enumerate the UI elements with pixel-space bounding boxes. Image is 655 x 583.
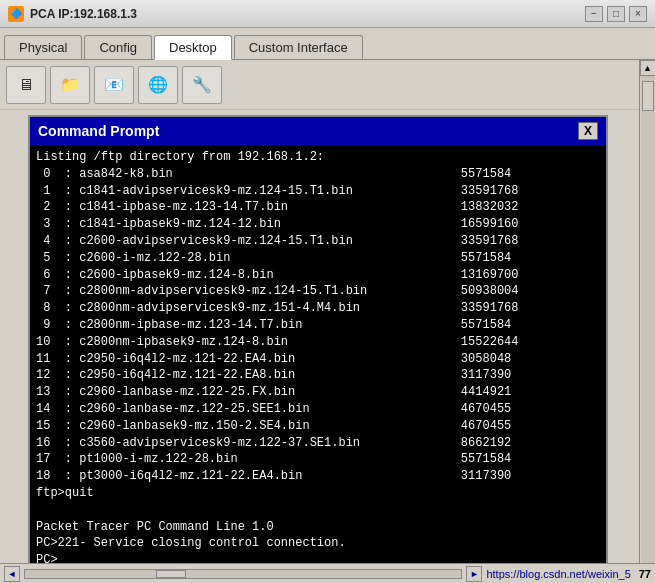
status-right-arrow[interactable]: ► — [466, 566, 482, 582]
toolbar-btn-5[interactable]: 🔧 — [182, 66, 222, 104]
tab-physical[interactable]: Physical — [4, 35, 82, 59]
command-prompt-body[interactable]: Listing /ftp directory from 192.168.1.2:… — [30, 145, 606, 573]
toolbar-icon-1: 🖥 — [18, 77, 34, 93]
tab-bar: Physical Config Desktop Custom Interface — [0, 28, 655, 60]
status-left-arrow[interactable]: ◄ — [4, 566, 20, 582]
toolbar-icon-5: 🔧 — [192, 77, 212, 93]
status-scroll-area[interactable] — [24, 569, 462, 579]
window-title: PCA IP:192.168.1.3 — [30, 7, 137, 21]
command-prompt-title: Command Prompt — [38, 123, 159, 139]
toolbar-btn-2[interactable]: 📁 — [50, 66, 90, 104]
status-bar: ◄ ► https://blog.csdn.net/weixin_5 77 — [0, 563, 655, 583]
toolbar-icon-4: 🌐 — [148, 77, 168, 93]
toolbar-icon-3: 📧 — [104, 77, 124, 93]
title-bar: 🔷 PCA IP:192.168.1.3 − □ × — [0, 0, 655, 28]
status-page-num: 77 — [639, 568, 651, 580]
window-controls: − □ × — [585, 6, 647, 22]
title-bar-left: 🔷 PCA IP:192.168.1.3 — [8, 6, 137, 22]
command-prompt-window: Command Prompt X Listing /ftp directory … — [28, 115, 608, 575]
main-content: 🖥 📁 📧 🌐 🔧 Command Prompt X Listing /ftp … — [0, 60, 655, 583]
app-icon: 🔷 — [8, 6, 24, 22]
toolbar-icon-2: 📁 — [60, 77, 80, 93]
toolbar-strip: 🖥 📁 📧 🌐 🔧 — [0, 60, 655, 110]
toolbar-btn-1[interactable]: 🖥 — [6, 66, 46, 104]
tab-config[interactable]: Config — [84, 35, 152, 59]
scroll-up-arrow[interactable]: ▲ — [640, 60, 656, 76]
command-prompt-close[interactable]: X — [578, 122, 598, 140]
tab-desktop[interactable]: Desktop — [154, 35, 232, 60]
scroll-thumb[interactable] — [642, 81, 654, 111]
toolbar-btn-3[interactable]: 📧 — [94, 66, 134, 104]
scroll-track[interactable] — [641, 76, 655, 567]
status-url: https://blog.csdn.net/weixin_5 — [486, 568, 630, 580]
tab-custom-interface[interactable]: Custom Interface — [234, 35, 363, 59]
close-button[interactable]: × — [629, 6, 647, 22]
main-scrollbar: ▲ ▼ — [639, 60, 655, 583]
toolbar-btn-4[interactable]: 🌐 — [138, 66, 178, 104]
minimize-button[interactable]: − — [585, 6, 603, 22]
command-prompt-titlebar: Command Prompt X — [30, 117, 606, 145]
maximize-button[interactable]: □ — [607, 6, 625, 22]
status-scroll-thumb[interactable] — [156, 570, 186, 578]
